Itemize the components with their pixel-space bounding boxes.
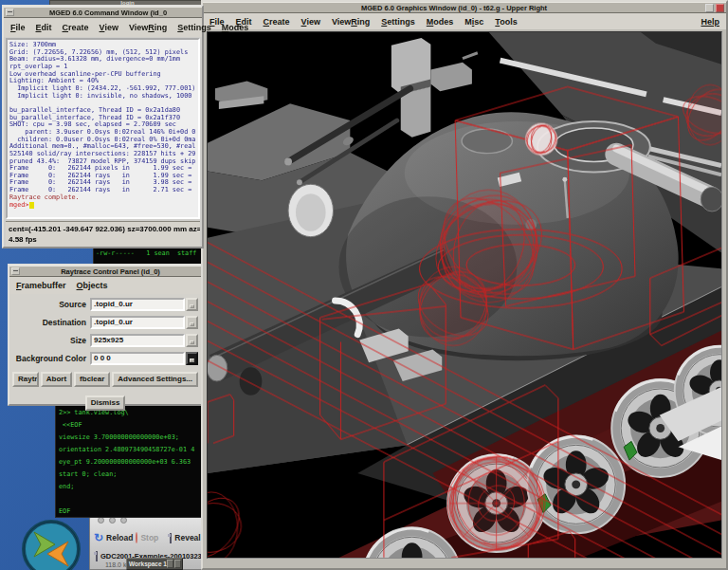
- graphics-window-menubar: FileEditCreateViewViewRingSettingsModesM…: [203, 13, 726, 29]
- background-color-input[interactable]: 0 0 0: [90, 352, 185, 365]
- stop-icon: [136, 532, 137, 543]
- source-input[interactable]: .topid_0.ur: [90, 298, 185, 311]
- command-window-statusbar: cent=(-415.201 -349.647 922.036) sz=3700…: [6, 221, 200, 247]
- raytrace-panel-menubar: FramebufferObjects: [9, 277, 201, 294]
- menu-objects[interactable]: Objects: [77, 281, 108, 290]
- workspace-pager[interactable]: Workspace 1: [126, 558, 183, 570]
- command-output-area[interactable]: Size: 3700mm Grid: (7.22656, 7.22656) mm…: [6, 38, 200, 219]
- command-window-menubar: FileEditCreateViewViewRingSettingsModes: [4, 18, 202, 37]
- brlcad-logo-icon[interactable]: [21, 519, 82, 570]
- minimize-icon[interactable]: [109, 517, 116, 524]
- graphics-window-titlebar[interactable]: MGED 6.0 Graphics Window (id_0) - t62.g …: [203, 2, 726, 13]
- command-window-titlebar[interactable]: MGED 6.0 Command Window (id_0: [4, 7, 202, 18]
- menu-misc[interactable]: Misc: [464, 17, 483, 27]
- menu-tools[interactable]: Tools: [495, 17, 517, 27]
- text-cursor: [29, 202, 34, 209]
- file-icon: [96, 551, 98, 561]
- close-icon[interactable]: [716, 4, 724, 12]
- menu-framebuffer[interactable]: Framebuffer: [16, 281, 66, 290]
- destination-option-button[interactable]: [186, 316, 198, 329]
- source-option-button[interactable]: [186, 298, 198, 311]
- background-color-label: Background Color: [12, 354, 90, 363]
- destination-input[interactable]: .topid_0.ur: [90, 316, 185, 329]
- command-window-title: MGED 6.0 Command Window (id_0: [14, 9, 202, 17]
- menu-create[interactable]: Create: [63, 23, 89, 32]
- raytrace-control-panel: Raytrace Control Panel (id_0) Framebuffe…: [8, 264, 203, 406]
- fps-status: 4.58 fps: [9, 234, 197, 245]
- mged-graphics-window: MGED 6.0 Graphics Window (id_0) - t62.g …: [201, 0, 728, 570]
- tank-searchlight: [288, 184, 333, 236]
- graphics-canvas[interactable]: [207, 31, 722, 559]
- menu-modes[interactable]: Modes: [427, 17, 454, 27]
- size-input[interactable]: 925x925: [90, 334, 185, 347]
- zoom-icon[interactable]: [120, 517, 127, 524]
- reload-icon[interactable]: ↻: [94, 532, 103, 543]
- workspace-thumb-2[interactable]: [174, 560, 181, 568]
- maximize-icon[interactable]: [705, 4, 714, 12]
- menu-settings[interactable]: Settings: [177, 23, 211, 32]
- mged-prompt: mged>: [9, 201, 28, 209]
- background-color-swatch-button[interactable]: [186, 352, 198, 365]
- menu-edit[interactable]: Edit: [36, 23, 52, 32]
- menu-view[interactable]: View: [100, 23, 118, 32]
- raytrace-panel-title: Raytrace Control Panel (id_0): [20, 267, 201, 276]
- menu-viewring[interactable]: ViewRing: [129, 23, 167, 32]
- abort-button[interactable]: Abort: [41, 372, 72, 387]
- graphics-window-title: MGED 6.0 Graphics Window (id_0) - t62.g …: [203, 4, 705, 12]
- size-option-button[interactable]: [186, 334, 198, 347]
- workspace-label: Workspace 1: [127, 561, 167, 567]
- menu-file[interactable]: File: [10, 23, 26, 32]
- mged-command-window: MGED 6.0 Command Window (id_0 FileEditCr…: [2, 5, 204, 248]
- window-menu-icon[interactable]: [6, 9, 14, 16]
- reveal-file-icon: [170, 533, 172, 543]
- tank-3d-scene: [208, 32, 721, 558]
- raytrace-button[interactable]: Raytrace: [12, 372, 39, 387]
- menu-modes[interactable]: Modes: [222, 23, 249, 32]
- view-center-status: cent=(-415.201 -349.647 922.036) sz=3700…: [9, 224, 197, 234]
- stop-button[interactable]: Stop: [140, 533, 158, 542]
- fbclear-button[interactable]: fbclear: [74, 372, 110, 387]
- close-icon[interactable]: [98, 517, 104, 524]
- raytrace-panel-titlebar[interactable]: Raytrace Control Panel (id_0): [9, 266, 201, 277]
- reload-button[interactable]: Reload: [106, 533, 133, 542]
- dismiss-button[interactable]: Dismiss: [85, 395, 126, 411]
- size-label: Size: [12, 336, 90, 345]
- window-traffic-lights: [98, 517, 127, 524]
- menu-create[interactable]: Create: [264, 17, 290, 27]
- window-menu-icon[interactable]: [11, 267, 20, 275]
- command-output-text: Size: 3700mm Grid: (7.22656, 7.22656) mm…: [8, 40, 198, 194]
- workspace-thumb-1[interactable]: [167, 560, 173, 568]
- menu-view[interactable]: View: [301, 17, 320, 27]
- menu-settings[interactable]: Settings: [381, 17, 415, 27]
- destination-label: Destination: [12, 318, 90, 327]
- source-label: Source: [12, 300, 90, 309]
- menu-help[interactable]: Help: [701, 17, 719, 27]
- menu-viewring[interactable]: ViewRing: [332, 17, 370, 27]
- raytrace-complete-line: Raytrace complete.: [8, 194, 198, 202]
- advanced-settings-button[interactable]: Advanced Settings...: [112, 372, 198, 387]
